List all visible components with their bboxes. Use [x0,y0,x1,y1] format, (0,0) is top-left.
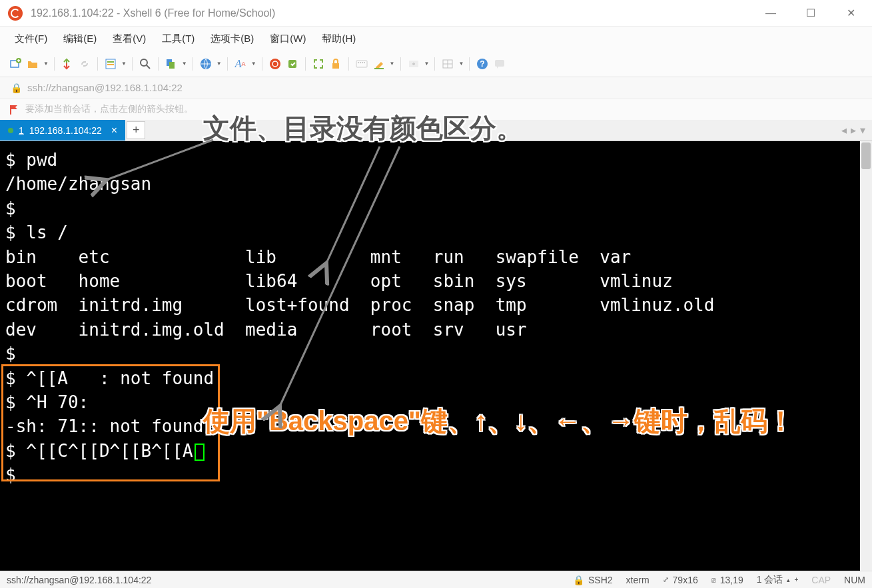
menu-help[interactable]: 帮助(H) [315,30,362,48]
lock-small-icon: 🔒 [11,83,22,93]
window-controls: — ☐ ✕ [757,3,864,23]
svg-rect-13 [356,61,367,67]
status-dot-icon [8,128,13,133]
status-num: NUM [844,575,865,585]
menu-file[interactable]: 文件(F) [8,30,54,48]
svg-rect-17 [364,62,365,63]
status-proto: 🔒SSH2 [573,575,613,585]
tab-nav: ◂ ▸ ▾ [835,120,872,141]
tab-number: 1 [19,125,24,136]
scrollbar[interactable] [860,141,872,571]
open-icon[interactable] [25,57,40,71]
term-line: -sh: 71:: not found [5,414,867,438]
cursor [195,443,205,461]
svg-text:?: ? [480,59,485,69]
term-line: boot home lib64 opt sbin sys vmlinuz [5,269,867,293]
term-line: $ pwd [5,148,867,172]
terminal[interactable]: $ pwd /home/zhangsan $ $ ls / bin etc li… [0,141,872,571]
add-tab-button[interactable]: + [127,121,145,139]
status-pos: ⎚13,19 [711,575,743,585]
window-title: 192.168.1.104:22 - Xshell 6 (Free for Ho… [31,7,757,19]
menu-tab[interactable]: 选项卡(B) [204,30,260,48]
keyboard-icon[interactable] [354,57,369,71]
menu-view[interactable]: 查看(V) [106,30,153,48]
xshell-icon[interactable] [268,57,282,71]
term-line: $ ^[[A : not found [5,366,867,390]
tab-session[interactable]: 1 192.168.1.104:22 × [0,120,125,141]
globe-icon[interactable] [199,57,213,71]
tab-label: 192.168.1.104:22 [29,125,102,136]
hintbar: 要添加当前会话，点击左侧的箭头按钮。 [0,99,872,120]
properties-icon[interactable] [103,57,118,71]
font-icon[interactable]: AA [233,57,248,71]
titlebar: 192.168.1.104:22 - Xshell 6 (Free for Ho… [0,0,872,27]
svg-rect-4 [107,64,114,65]
addressbar[interactable]: 🔒 ssh://zhangsan@192.168.1.104:22 [0,77,872,99]
maximize-button[interactable]: ☐ [797,3,824,23]
svg-point-5 [141,59,147,66]
term-line: $ [5,196,867,220]
highlight-dropdown[interactable]: ▼ [390,61,395,67]
tabbar: 1 192.168.1.104:22 × + ◂ ▸ ▾ [0,120,872,141]
status-size: ⤢79x16 [663,575,698,585]
add-dropdown[interactable]: ▼ [424,61,430,67]
refresh-icon[interactable] [285,57,300,71]
tab-close-icon[interactable]: × [111,125,117,137]
svg-rect-15 [360,62,361,63]
term-line: $ ^H 70: [5,390,867,414]
add-icon[interactable] [406,57,421,71]
flag-icon[interactable] [9,104,20,115]
highlight-icon[interactable] [372,57,386,71]
copy-icon[interactable] [164,57,179,71]
status-caps: CAP [811,575,831,585]
scrollbar-thumb[interactable] [861,143,871,169]
layout-dropdown[interactable]: ▼ [458,61,464,67]
term-line: $ ^[[C^[[D^[[B^[[A [5,439,867,463]
statusbar: ssh://zhangsan@192.168.1.104:22 🔒SSH2 xt… [0,571,872,588]
fullscreen-icon[interactable] [311,57,326,71]
status-sessions: 1 会话▴+ [757,574,799,586]
status-address: ssh://zhangsan@192.168.1.104:22 [7,575,560,585]
layout-icon[interactable] [440,57,455,71]
help-icon[interactable]: ? [475,57,490,71]
status-term: xterm [626,575,650,585]
search-icon[interactable] [138,57,153,71]
menu-tools[interactable]: 工具(T) [155,30,201,48]
properties-dropdown[interactable]: ▼ [121,61,127,67]
menu-edit[interactable]: 编辑(E) [57,30,103,48]
minimize-button[interactable]: — [757,3,784,23]
hint-text: 要添加当前会话，点击左侧的箭头按钮。 [25,103,193,115]
svg-rect-16 [362,62,363,63]
close-button[interactable]: ✕ [837,3,864,23]
tab-prev-icon[interactable]: ◂ [841,124,847,137]
lock-icon[interactable] [328,57,343,71]
term-line: dev initrd.img.old media root srv usr [5,318,867,342]
app-icon [8,6,23,21]
term-line: $ ls / [5,220,867,244]
font-dropdown[interactable]: ▼ [251,61,256,67]
svg-rect-18 [374,68,384,69]
globe-dropdown[interactable]: ▼ [217,61,222,67]
term-line: bin etc lib mnt run swapfile var [5,245,867,269]
svg-point-9 [270,59,280,69]
svg-rect-25 [495,60,504,67]
transfer-icon[interactable] [60,57,75,71]
tab-next-icon[interactable]: ▸ [851,124,856,137]
term-line: $ [5,342,867,366]
link-icon[interactable] [77,57,92,71]
term-line: /home/zhangsan [5,172,867,196]
tab-menu-icon[interactable]: ▾ [860,124,865,137]
svg-rect-11 [288,60,296,68]
menubar: 文件(F) 编辑(E) 查看(V) 工具(T) 选项卡(B) 窗口(W) 帮助(… [0,27,872,51]
svg-rect-3 [107,61,114,63]
chat-icon[interactable] [492,57,507,71]
svg-rect-7 [169,62,175,69]
new-session-icon[interactable] [8,57,23,71]
address-text: ssh://zhangsan@192.168.1.104:22 [27,82,183,93]
open-dropdown[interactable]: ▼ [43,61,49,67]
svg-rect-12 [332,63,339,69]
svg-rect-14 [358,62,359,63]
term-line: cdrom initrd.img lost+found proc snap tm… [5,293,867,317]
copy-dropdown[interactable]: ▼ [182,61,187,67]
menu-window[interactable]: 窗口(W) [263,30,312,48]
